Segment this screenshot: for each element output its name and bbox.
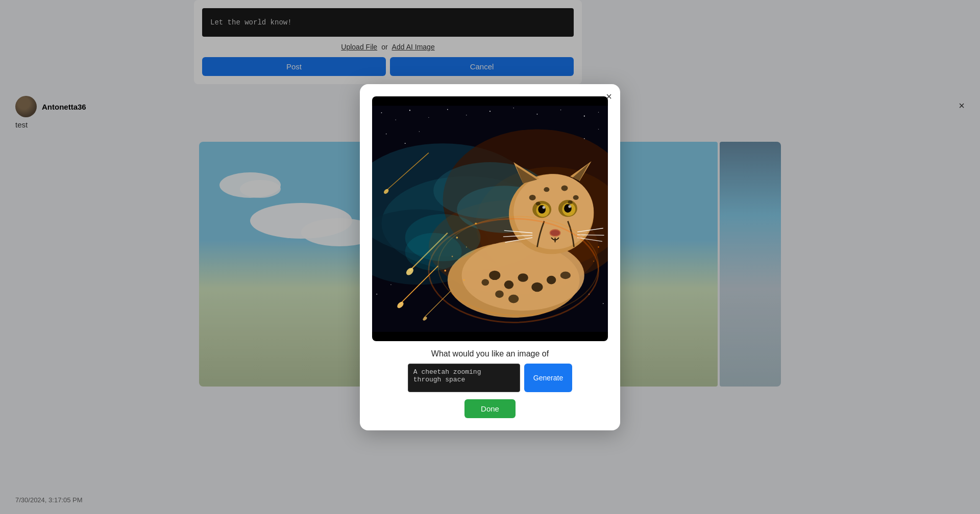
ai-image-modal: × bbox=[360, 84, 620, 430]
done-row: Done bbox=[372, 399, 608, 418]
svg-point-57 bbox=[543, 206, 546, 209]
svg-point-69 bbox=[536, 201, 541, 205]
svg-point-8 bbox=[513, 108, 513, 108]
svg-point-68 bbox=[573, 195, 579, 199]
svg-point-6 bbox=[466, 114, 467, 115]
svg-point-42 bbox=[518, 273, 528, 282]
svg-point-4 bbox=[428, 117, 429, 117]
svg-point-66 bbox=[544, 187, 549, 192]
cheetah-space-svg bbox=[372, 96, 608, 341]
svg-point-58 bbox=[568, 205, 571, 208]
svg-point-67 bbox=[561, 185, 568, 191]
svg-point-60 bbox=[550, 230, 559, 236]
svg-point-12 bbox=[598, 112, 599, 112]
svg-point-45 bbox=[508, 294, 519, 303]
svg-point-15 bbox=[419, 131, 420, 132]
svg-point-9 bbox=[536, 113, 537, 114]
svg-point-86 bbox=[598, 246, 599, 248]
svg-point-48 bbox=[481, 279, 489, 286]
svg-point-21 bbox=[603, 303, 604, 304]
svg-point-2 bbox=[395, 119, 396, 120]
prompt-row: Generate bbox=[372, 364, 608, 392]
svg-point-65 bbox=[529, 194, 536, 200]
prompt-input[interactable] bbox=[408, 364, 520, 392]
svg-point-43 bbox=[531, 282, 543, 291]
svg-point-89 bbox=[405, 233, 462, 270]
svg-point-41 bbox=[504, 280, 513, 289]
svg-point-70 bbox=[568, 200, 572, 203]
svg-point-5 bbox=[447, 109, 448, 110]
svg-point-40 bbox=[489, 270, 500, 279]
svg-point-46 bbox=[547, 275, 556, 284]
prompt-label: What would you like an image of bbox=[372, 349, 608, 358]
ai-generated-image bbox=[372, 96, 608, 341]
modal-overlay: × bbox=[0, 0, 980, 514]
svg-point-7 bbox=[489, 111, 491, 112]
svg-point-1 bbox=[381, 112, 382, 113]
svg-point-87 bbox=[593, 261, 594, 262]
svg-point-85 bbox=[475, 222, 477, 224]
svg-point-19 bbox=[390, 284, 391, 285]
svg-point-84 bbox=[463, 279, 465, 280]
generate-button[interactable]: Generate bbox=[524, 364, 572, 392]
svg-point-18 bbox=[376, 293, 377, 294]
svg-point-13 bbox=[386, 133, 387, 134]
svg-point-10 bbox=[560, 109, 561, 110]
svg-point-14 bbox=[405, 143, 406, 144]
svg-point-3 bbox=[409, 110, 410, 111]
svg-point-83 bbox=[444, 269, 446, 271]
svg-point-17 bbox=[598, 128, 599, 129]
svg-point-47 bbox=[560, 271, 571, 279]
svg-point-44 bbox=[495, 290, 504, 298]
done-button[interactable]: Done bbox=[464, 399, 516, 418]
svg-point-11 bbox=[584, 115, 585, 116]
